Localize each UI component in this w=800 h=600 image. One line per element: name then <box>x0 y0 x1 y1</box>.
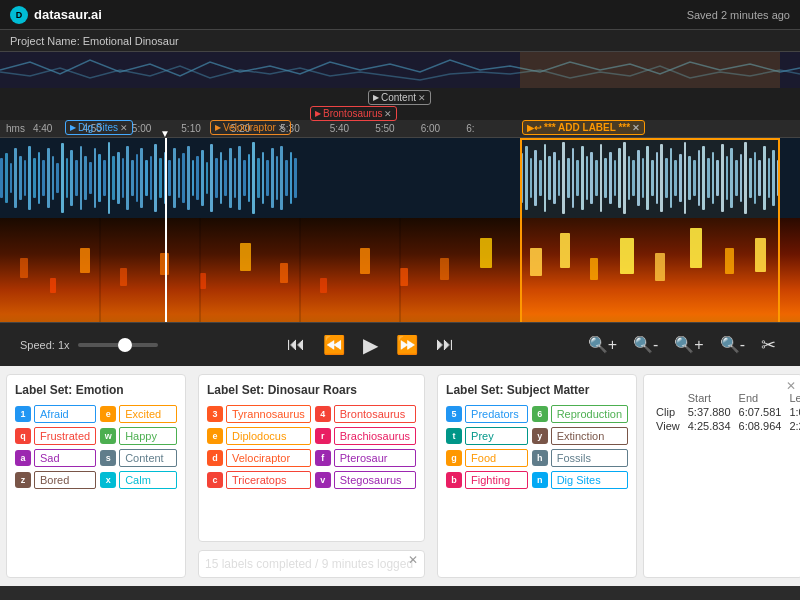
svg-rect-138 <box>480 238 492 268</box>
label-text[interactable]: Extinction <box>551 427 628 445</box>
waveform-area: ▶ Content ✕ ▶ Brontosaurus ✕ ▶ Dig Sites… <box>0 52 800 322</box>
label-text[interactable]: Food <box>465 449 528 467</box>
dino-grid: 3 Tyrannosaurus 4 Brontosaurus e Diplodo… <box>207 405 416 489</box>
label-text[interactable]: Bored <box>34 471 96 489</box>
label-key: h <box>532 450 548 466</box>
label-text[interactable]: Predators <box>465 405 528 423</box>
svg-rect-63 <box>280 146 283 210</box>
svg-rect-8 <box>24 160 26 196</box>
label-text[interactable]: Calm <box>119 471 177 489</box>
svg-rect-14 <box>52 156 54 200</box>
label-key: x <box>100 472 116 488</box>
labels-completed-close[interactable]: ✕ <box>408 553 418 567</box>
tag-content[interactable]: ▶ Content ✕ <box>368 90 431 105</box>
ruler-hms: hms <box>6 123 25 134</box>
svg-rect-36 <box>154 144 157 212</box>
emotion-grid: 1 Afraid e Excited q Frustrated w Happy … <box>15 405 177 489</box>
clip-end: 6:07.581 <box>735 405 786 419</box>
label-key: s <box>100 450 116 466</box>
dino-label-item: d Velociraptor <box>207 449 311 467</box>
label-text[interactable]: Happy <box>119 427 177 445</box>
label-key: 6 <box>532 406 548 422</box>
tag-digsites[interactable]: ▶ Dig Sites ✕ <box>65 120 133 135</box>
tag-close-icon[interactable]: ✕ <box>632 123 640 133</box>
dino-label-item: e Diplodocus <box>207 427 311 445</box>
selected-region[interactable] <box>520 138 780 322</box>
forward-button[interactable]: ⏩ <box>392 332 422 358</box>
saved-status: Saved 2 minutes ago <box>687 9 790 21</box>
dino-set-title: Label Set: Dinosaur Roars <box>207 383 416 397</box>
label-text[interactable]: Prey <box>465 427 528 445</box>
label-text[interactable]: Brachiosaurus <box>334 427 416 445</box>
label-key: 4 <box>315 406 331 422</box>
svg-rect-49 <box>215 158 218 198</box>
label-text[interactable]: Frustrated <box>34 427 96 445</box>
clip-row-label: Clip <box>652 405 684 419</box>
emotion-label-item: 1 Afraid <box>15 405 96 423</box>
zoom-out-right-button[interactable]: 🔍- <box>716 333 749 356</box>
svg-rect-5 <box>10 163 12 193</box>
clip-info-close[interactable]: ✕ <box>786 379 796 393</box>
label-text[interactable]: Content <box>119 449 177 467</box>
playhead <box>165 138 167 322</box>
label-text[interactable]: Excited <box>119 405 177 423</box>
label-text[interactable]: Reproduction <box>551 405 628 423</box>
speed-slider[interactable] <box>78 343 158 347</box>
svg-rect-33 <box>140 148 143 208</box>
zoom-out-left-button[interactable]: 🔍- <box>629 333 662 356</box>
dino-label-set: Label Set: Dinosaur Roars 3 Tyrannosauru… <box>198 374 425 542</box>
svg-rect-12 <box>42 160 45 196</box>
tag-close-icon[interactable]: ✕ <box>418 93 426 103</box>
label-text[interactable]: Diplodocus <box>226 427 311 445</box>
label-text[interactable]: Sad <box>34 449 96 467</box>
label-text[interactable]: Velociraptor <box>226 449 311 467</box>
emotion-label-item: q Frustrated <box>15 427 96 445</box>
tag-play-icon: ▶ <box>70 123 76 132</box>
subject-label-item: h Fossils <box>532 449 628 467</box>
forward-fast-button[interactable]: ⏭ <box>432 332 458 357</box>
scissors-button[interactable]: ✂ <box>757 332 780 358</box>
subject-label-item: 5 Predators <box>446 405 528 423</box>
clip-start: 5:37.880 <box>684 405 735 419</box>
tag-addlabel-icons: ▶↩ <box>527 123 542 133</box>
svg-rect-65 <box>290 152 292 204</box>
ruler-550: 5:50 <box>375 123 394 134</box>
svg-rect-34 <box>145 160 148 196</box>
svg-rect-32 <box>136 154 138 202</box>
overview-waveform <box>0 52 800 88</box>
svg-rect-43 <box>187 146 190 210</box>
play-button[interactable]: ▶ <box>359 331 382 359</box>
label-text[interactable]: Triceratops <box>226 471 311 489</box>
tag-close-icon[interactable]: ✕ <box>384 109 392 119</box>
label-text[interactable]: Afraid <box>34 405 96 423</box>
label-text[interactable]: Stegosaurus <box>334 471 416 489</box>
svg-rect-62 <box>276 156 278 200</box>
label-key: d <box>207 450 223 466</box>
svg-rect-57 <box>252 142 255 214</box>
col-length: Length <box>785 391 800 405</box>
label-text[interactable]: Fossils <box>551 449 628 467</box>
speed-thumb[interactable] <box>118 338 132 352</box>
tag-close-icon[interactable]: ✕ <box>278 123 286 133</box>
tag-addlabel[interactable]: ▶↩ *** ADD LABEL *** ✕ <box>522 120 645 135</box>
rewind-button[interactable]: ⏪ <box>319 332 349 358</box>
project-name: Project Name: Emotional Dinosaur <box>10 35 179 47</box>
tag-velociraptor[interactable]: ▶ Velociraptor ✕ <box>210 120 291 135</box>
rewind-fast-button[interactable]: ⏮ <box>283 332 309 357</box>
zoom-in-left-button[interactable]: 🔍+ <box>584 333 621 356</box>
tag-close-icon[interactable]: ✕ <box>120 123 128 133</box>
svg-rect-53 <box>234 158 236 198</box>
col-end: End <box>735 391 786 405</box>
tag-brontosaurus[interactable]: ▶ Brontosaurus ✕ <box>310 106 397 121</box>
label-text[interactable]: Tyrannosaurus <box>226 405 311 423</box>
zoom-in-right-button[interactable]: 🔍+ <box>670 333 707 356</box>
svg-rect-11 <box>38 152 40 204</box>
label-text[interactable]: Pterosaur <box>334 449 416 467</box>
subject-label-item: t Prey <box>446 427 528 445</box>
label-key: n <box>532 472 548 488</box>
tag-row: ▶ Content ✕ ▶ Brontosaurus ✕ ▶ Dig Sites… <box>0 90 800 94</box>
label-text[interactable]: Fighting <box>465 471 528 489</box>
label-text[interactable]: Brontosaurus <box>334 405 416 423</box>
svg-rect-136 <box>400 268 408 286</box>
label-text[interactable]: Dig Sites <box>551 471 628 489</box>
